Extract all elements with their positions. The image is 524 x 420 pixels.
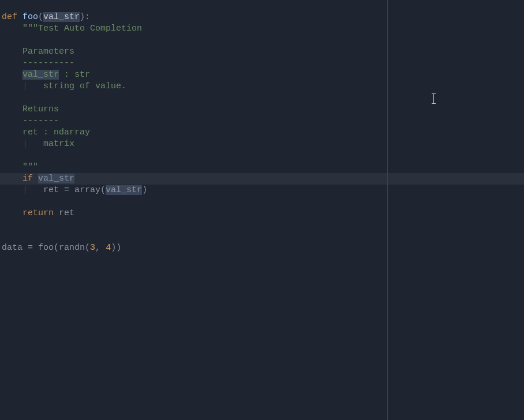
- function-call: foo: [38, 243, 54, 253]
- docstring: Returns: [23, 104, 59, 114]
- code-line: ret : ndarray: [0, 127, 387, 138]
- code-line: """Test Auto Completion: [0, 23, 387, 35]
- docstring: -------: [23, 116, 59, 126]
- identifier: ret: [43, 185, 59, 195]
- paren-close: )): [111, 243, 121, 253]
- code-line-blank: [0, 35, 387, 46]
- indent-guide: |: [23, 81, 28, 91]
- code-line-blank: [0, 150, 387, 162]
- operator-assign: =: [23, 243, 38, 253]
- code-line: Parameters: [0, 46, 387, 58]
- variable-highlight: val_str: [106, 185, 142, 195]
- identifier: ret: [59, 208, 74, 218]
- code-line: | matrix: [0, 138, 387, 150]
- indent-guide: |: [23, 139, 28, 149]
- code-line-blank: [0, 196, 387, 208]
- code-line: """: [0, 162, 387, 173]
- code-line-current: if val_str: [0, 173, 524, 185]
- paren-close: ): [142, 185, 147, 195]
- function-call: array: [74, 185, 100, 195]
- docstring: """Test Auto Completion: [23, 24, 142, 33]
- paren-close: ):: [80, 12, 90, 22]
- docstring: string of value.: [43, 81, 126, 91]
- code-line-blank: [0, 219, 387, 231]
- code-line: data = foo(randn(3, 4)): [0, 242, 387, 254]
- code-line: | ret = array(val_str): [0, 185, 387, 196]
- code-line: Returns: [0, 104, 387, 115]
- paren-open: (: [85, 243, 90, 253]
- docstring: : str: [59, 70, 90, 80]
- code-line: def foo(val_str):: [0, 12, 387, 23]
- number-literal: 3: [90, 243, 95, 253]
- keyword-return: return: [23, 208, 59, 218]
- paren-open: (: [100, 185, 106, 195]
- docstring: Parameters: [23, 47, 74, 57]
- docstring: ret : ndarray: [23, 127, 90, 137]
- docstring: """: [23, 162, 38, 172]
- code-line-blank: [0, 92, 387, 104]
- text-cursor-icon: [433, 93, 434, 104]
- number-literal: 4: [106, 243, 111, 253]
- parameter-highlight: val_str: [23, 70, 59, 80]
- code-editor[interactable]: def foo(val_str): """Test Auto Completio…: [0, 0, 387, 420]
- column-ruler: [387, 0, 388, 420]
- docstring: ----------: [23, 58, 74, 68]
- docstring: matrix: [43, 139, 74, 149]
- code-line: return ret: [0, 208, 387, 219]
- variable-highlight: val_str: [38, 174, 74, 183]
- identifier: data: [2, 243, 23, 253]
- paren-open: (: [38, 12, 43, 22]
- code-line-blank: [0, 231, 387, 242]
- operator-assign: =: [59, 185, 74, 195]
- comma: ,: [95, 243, 106, 253]
- code-line: ----------: [0, 58, 387, 69]
- function-name: foo: [23, 12, 38, 22]
- code-line: val_str : str: [0, 69, 387, 81]
- code-line: -------: [0, 115, 387, 127]
- keyword-def: def: [2, 12, 23, 22]
- function-call: randn: [59, 243, 85, 253]
- keyword-if: if: [23, 174, 38, 183]
- code-line: | string of value.: [0, 81, 387, 92]
- parameter-highlight: val_str: [43, 12, 80, 22]
- paren-open: (: [54, 243, 59, 253]
- indent-guide: |: [23, 185, 28, 195]
